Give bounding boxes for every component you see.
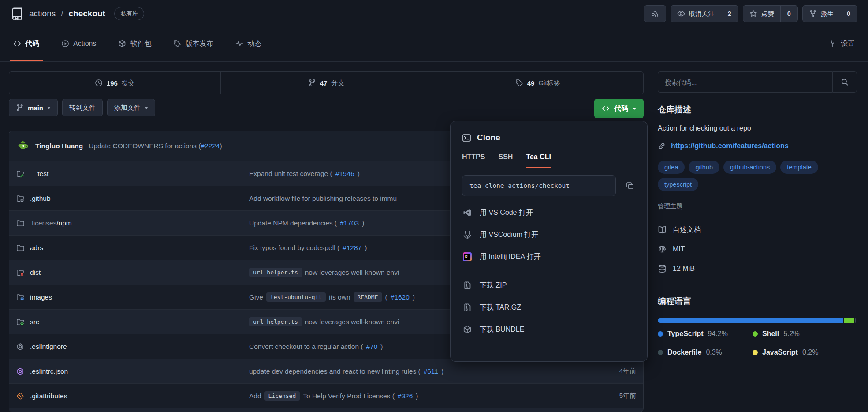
copy-button[interactable] <box>622 177 638 194</box>
search-button[interactable] <box>832 71 857 93</box>
issue-link[interactable]: #326 <box>398 392 413 400</box>
download-item[interactable]: 下载 TAR.GZ <box>451 296 647 318</box>
fork-count[interactable]: 0 <box>840 6 857 22</box>
topic-pill[interactable]: github <box>689 161 719 174</box>
file-row[interactable]: .gitattributes Add Licensed To Help Veri… <box>9 383 643 408</box>
repo-name-link[interactable]: checkout <box>68 9 105 19</box>
branches-stat[interactable]: 47 分支 <box>220 72 432 94</box>
watch-button[interactable]: 取消关注 2 <box>671 5 738 22</box>
file-name[interactable]: __test__ <box>30 170 56 178</box>
open-with-item[interactable]: 用 VS Code 打开 <box>451 202 647 224</box>
clone-tab-tea-cli[interactable]: Tea CLI <box>526 153 551 168</box>
avatar[interactable] <box>16 139 30 153</box>
goto-file-button[interactable]: 转到文件 <box>62 99 103 116</box>
menu-divider <box>451 271 647 271</box>
file-name[interactable]: adrs <box>30 244 43 252</box>
download-item[interactable]: 下载 BUNDLE <box>451 318 647 341</box>
tab-settings[interactable]: 设置 <box>825 27 858 61</box>
current-branch: main <box>28 104 43 112</box>
watch-count[interactable]: 2 <box>721 6 738 22</box>
branch-icon <box>308 79 316 87</box>
search-input[interactable] <box>658 71 832 93</box>
folder-test-icon <box>16 170 24 178</box>
clone-open-items: 用 VS Code 打开 用 VSCodium 打开 IJ 用 Intellij… <box>451 202 647 268</box>
readme-item[interactable]: 自述文档 <box>658 220 857 240</box>
code-clone-button[interactable]: 代码 <box>594 99 644 118</box>
file-row[interactable]: .eslintrc.json update dev dependencies a… <box>9 359 643 383</box>
file-commit-message[interactable]: update dev dependencies and react to new… <box>249 367 579 375</box>
issue-link[interactable]: #1703 <box>340 219 359 227</box>
issue-link[interactable]: #611 <box>424 367 438 375</box>
file-name[interactable]: dist <box>30 269 41 277</box>
tags-label: Git标签 <box>538 79 560 87</box>
file-name[interactable]: /npm <box>56 219 71 227</box>
topic-pill[interactable]: template <box>780 161 818 174</box>
message-text: ) <box>380 343 383 351</box>
tags-stat[interactable]: 49 Git标签 <box>432 72 643 94</box>
commit-message[interactable]: Update CODEOWNERS for actions (#2224) <box>89 142 222 150</box>
language-dot-icon <box>753 350 758 355</box>
commits-stat[interactable]: 196 提交 <box>9 72 220 94</box>
tags-count: 49 <box>527 79 535 87</box>
repo-owner-link[interactable]: actions <box>29 9 56 19</box>
file-name[interactable]: .eslintrc.json <box>30 367 68 375</box>
clone-download-items: 下载 ZIP 下载 TAR.GZ 下载 BUNDLE <box>451 274 647 341</box>
fork-label: 派生 <box>821 10 834 18</box>
file-name[interactable]: .gitattributes <box>30 392 67 400</box>
language-bar <box>658 318 857 323</box>
manage-topics-link[interactable]: 管理主题 <box>658 202 857 210</box>
git-diamond-icon <box>16 392 24 400</box>
issue-link[interactable]: #2224 <box>201 142 220 150</box>
language-legend-item: JavaScript 0.2% <box>753 348 857 356</box>
file-name[interactable]: .eslintignore <box>30 343 67 351</box>
eslint-gray-icon <box>16 343 24 351</box>
issue-link[interactable]: #1946 <box>335 170 354 178</box>
fork-button[interactable]: 派生 0 <box>802 5 857 22</box>
file-name[interactable]: .github <box>30 195 51 202</box>
clone-tab-https[interactable]: HTTPS <box>462 153 485 168</box>
issue-link[interactable]: #1620 <box>391 293 410 301</box>
file-name[interactable]: src <box>30 318 39 326</box>
star-count[interactable]: 0 <box>780 6 797 22</box>
clone-url-input[interactable] <box>462 175 616 196</box>
issue-link[interactable]: #1287 <box>343 244 361 252</box>
open-with-item[interactable]: IJ 用 Intellij IDEA 打开 <box>451 246 647 268</box>
message-text: To Help Verify Prod Licenses ( <box>303 392 395 400</box>
file-name[interactable]: images <box>30 293 52 301</box>
website-link[interactable]: https://github.com/features/actions <box>671 142 789 150</box>
topic-pill[interactable]: typescript <box>658 178 698 191</box>
star-button[interactable]: 点赞 0 <box>743 5 798 22</box>
branch-selector[interactable]: main <box>9 99 58 116</box>
folder-lock-icon <box>16 269 24 277</box>
open-with-item[interactable]: 用 VSCodium 打开 <box>451 224 647 246</box>
file-commit-message[interactable]: Add Licensed To Help Verify Prod License… <box>249 391 579 401</box>
message-text: now leverages well-known envi <box>305 269 399 277</box>
clone-tab-ssh[interactable]: SSH <box>498 153 513 168</box>
language-percent: 94.2% <box>708 330 728 338</box>
language-legend-item: TypeScript 94.2% <box>658 330 753 338</box>
tab-releases[interactable]: 版本发布 <box>170 27 217 61</box>
clone-title: Clone <box>477 133 500 142</box>
language-name: Dockerfile <box>667 348 701 356</box>
download-item[interactable]: 下载 ZIP <box>451 274 647 296</box>
tab-actions[interactable]: Actions <box>58 27 100 61</box>
language-legend-item: Shell 5.2% <box>753 330 857 338</box>
add-file-button[interactable]: 添加文件 <box>107 99 155 116</box>
tab-code[interactable]: 代码 <box>10 27 43 61</box>
sidebar-divider <box>658 285 857 285</box>
tab-activity[interactable]: 动态 <box>232 27 265 61</box>
size-item[interactable]: 12 MiB <box>658 259 857 278</box>
message-text: ) <box>365 244 367 252</box>
terminal-icon <box>462 133 471 142</box>
code-chip: test-ubuntu-git <box>266 292 326 302</box>
menu-item-label: 下载 TAR.GZ <box>480 303 521 312</box>
rss-button[interactable] <box>644 5 666 22</box>
commit-author[interactable]: Tingluo Huang <box>35 142 83 150</box>
message-text: now leverages well-known envi <box>305 318 399 326</box>
topic-pill[interactable]: github-actions <box>723 161 776 174</box>
tab-packages[interactable]: 软件包 <box>115 27 155 61</box>
rss-icon <box>651 10 659 18</box>
topic-pill[interactable]: gitea <box>658 161 685 174</box>
issue-link[interactable]: #70 <box>366 343 377 351</box>
license-item[interactable]: MIT <box>658 240 857 259</box>
